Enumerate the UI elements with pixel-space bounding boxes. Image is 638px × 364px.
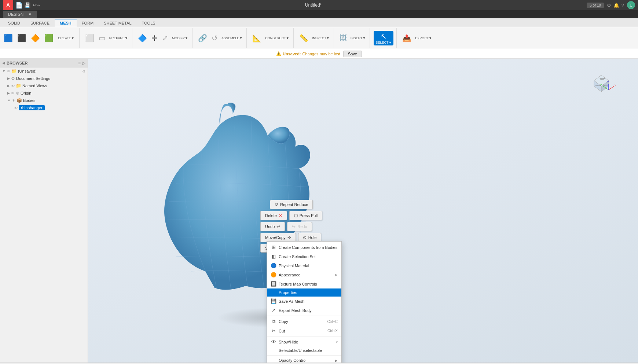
browser-item-bodies[interactable]: ▼ 👁 📦 Bodies bbox=[0, 97, 88, 104]
ctx-save-mesh[interactable]: 💾 Save As Mesh bbox=[267, 297, 341, 306]
warning-icon: ⚠️ bbox=[276, 51, 281, 56]
inspect-btn-1[interactable]: 📏 bbox=[297, 33, 310, 44]
browser-item-doc-settings[interactable]: ▶ ⚙ Document Settings bbox=[0, 75, 88, 82]
group-prepare: ⬜ ▭ PREPARE▼ bbox=[80, 28, 132, 48]
browser-item-root[interactable]: ▼ 👁 📁 (Unsaved) ⚙ bbox=[0, 67, 88, 75]
browser-expand-icon[interactable]: ▷ bbox=[82, 60, 85, 66]
physical-material-label: Physical Material bbox=[279, 264, 309, 268]
root-label: (Unsaved) bbox=[18, 69, 81, 73]
user-avatar[interactable]: U bbox=[627, 1, 635, 9]
tab-surface[interactable]: SURFACE bbox=[25, 19, 55, 27]
assemble-btn-2[interactable]: ↺ bbox=[210, 33, 220, 44]
ctx-create-selection[interactable]: ◧ Create Selection Set bbox=[267, 252, 341, 261]
tab-solid[interactable]: SOLID bbox=[3, 19, 25, 27]
repeat-reduce-btn[interactable]: ↺ Repeat Reduce bbox=[270, 200, 313, 209]
delete-btn[interactable]: Delete ✕ bbox=[260, 211, 287, 220]
browser-toggle-icon[interactable]: ≡ bbox=[78, 60, 81, 66]
construct-dropdown[interactable]: CONSTRUCT▼ bbox=[264, 36, 290, 41]
ctx-show-hide[interactable]: 👁 Show/Hide v bbox=[267, 337, 341, 346]
redo-top-icon[interactable]: ↪ bbox=[36, 3, 40, 8]
viewport[interactable]: ↺ Repeat Reduce Delete ✕ ⬡ Press Pull Un… bbox=[88, 59, 638, 363]
create-btn-4[interactable]: 🟩 bbox=[43, 33, 55, 44]
insert-btn-1[interactable]: 🖼 bbox=[338, 33, 349, 43]
unsaved-warning: ⚠️ Unsaved: Changes may be lost bbox=[276, 51, 340, 56]
save-button[interactable]: Save bbox=[343, 51, 362, 57]
prepare-btn-2[interactable]: ▭ bbox=[97, 33, 107, 44]
ctx-physical-material[interactable]: 🔵 Physical Material bbox=[267, 261, 341, 270]
ctx-opacity[interactable]: Opacity Control ▶ bbox=[267, 356, 341, 363]
inspect-dropdown[interactable]: INSPECT▼ bbox=[311, 36, 331, 41]
browser-collapse-arrow[interactable]: ◀ bbox=[2, 61, 5, 65]
undo-btn[interactable]: Undo ↩ bbox=[260, 222, 285, 231]
namedviews-arrow: ▶ bbox=[7, 84, 10, 88]
tab-sheetmetal[interactable]: SHEET METAL bbox=[99, 19, 136, 27]
rhinohanger-visibility[interactable]: 👁 bbox=[14, 106, 18, 110]
ctx-texture-map[interactable]: 🔲 Texture Map Controls bbox=[267, 279, 341, 288]
create-components-label: Create Components from Bodies bbox=[279, 245, 337, 250]
browser-item-named-views[interactable]: ▶ 👁 📁 Named Views bbox=[0, 82, 88, 89]
ctx-cut[interactable]: ✂ Cut Ctrl+X bbox=[267, 326, 341, 335]
root-settings-icon[interactable]: ⚙ bbox=[82, 69, 85, 73]
create-selection-icon: ◧ bbox=[271, 254, 276, 259]
browser-header: ◀ BROWSER ≡ ▷ bbox=[0, 59, 88, 67]
copy-icon: ⧉ bbox=[271, 319, 276, 324]
settings-icon[interactable]: ⚙ bbox=[607, 3, 611, 8]
assemble-dropdown[interactable]: ASSEMBLE▼ bbox=[220, 36, 243, 41]
undo-top-icon[interactable]: ↩ bbox=[33, 3, 36, 8]
tab-form[interactable]: FORM bbox=[77, 19, 99, 27]
ctx-selectable[interactable]: Selectable/Unselectable bbox=[267, 346, 341, 354]
save-mesh-label: Save As Mesh bbox=[279, 299, 304, 304]
ctx-export-mesh[interactable]: ↗ Export Mesh Body bbox=[267, 306, 341, 315]
design-dropdown[interactable]: DESIGN ▼ bbox=[3, 11, 37, 18]
namedviews-visibility[interactable]: 👁 bbox=[11, 84, 15, 88]
press-pull-label: Press Pull bbox=[300, 213, 318, 218]
select-btn[interactable]: ↖ SELECT▼ bbox=[374, 31, 393, 45]
create-dropdown[interactable]: CREATE▼ bbox=[56, 35, 76, 41]
bell-icon[interactable]: 🔔 bbox=[613, 3, 619, 8]
context-menu: ⊞ Create Components from Bodies ◧ Create… bbox=[267, 241, 342, 363]
ctx-copy[interactable]: ⧉ Copy Ctrl+C bbox=[267, 317, 341, 326]
bodies-visibility[interactable]: 👁 bbox=[12, 99, 15, 103]
root-visibility-icon[interactable]: 👁 bbox=[7, 69, 10, 73]
opacity-label: Opacity Control bbox=[279, 358, 333, 363]
group-insert: 🖼 INSERT▼ bbox=[335, 28, 370, 48]
bodies-folder-icon: 📦 bbox=[16, 98, 22, 103]
browser-item-rhinohanger[interactable]: 👁 rhinohanger bbox=[0, 104, 88, 111]
viewcube[interactable]: TOP FRONT RIGHT X Y Z bbox=[587, 66, 616, 95]
selectable-label: Selectable/Unselectable bbox=[279, 348, 322, 353]
ctx-create-components[interactable]: ⊞ Create Components from Bodies bbox=[267, 243, 341, 252]
redo-btn[interactable]: ↪ Redo bbox=[287, 222, 312, 231]
tab-tools[interactable]: TOOLS bbox=[137, 19, 161, 27]
tab-mesh[interactable]: MESH bbox=[55, 19, 77, 27]
create-btn-1[interactable]: 🟦 bbox=[1, 33, 15, 44]
create-components-icon: ⊞ bbox=[271, 244, 276, 250]
export-dropdown[interactable]: EXPORT▼ bbox=[414, 36, 433, 41]
construct-btn-1[interactable]: 📐 bbox=[250, 33, 263, 44]
modify-btn-3[interactable]: ⤢ bbox=[160, 33, 170, 44]
prepare-dropdown[interactable]: PREPARE▼ bbox=[108, 36, 129, 41]
modify-btn-2[interactable]: ✛ bbox=[150, 33, 160, 44]
assemble-btn-1[interactable]: 🔗 bbox=[196, 33, 209, 44]
copy-shortcut: Ctrl+C bbox=[327, 320, 338, 324]
ctx-properties[interactable]: Properties bbox=[267, 288, 341, 297]
cut-label: Cut bbox=[279, 329, 325, 333]
namedviews-label: Named Views bbox=[22, 84, 47, 88]
group-modify: 🔷 ✛ ⤢ MODIFY▼ bbox=[133, 28, 192, 48]
browser-item-origin[interactable]: ▶ 👁 ⊕ Origin bbox=[0, 89, 88, 97]
modify-dropdown[interactable]: MODIFY▼ bbox=[171, 36, 189, 41]
menu-file-icon[interactable]: 📄 bbox=[15, 2, 23, 9]
copy-label: Copy bbox=[279, 319, 325, 324]
rhinohanger-label: rhinohanger bbox=[19, 105, 45, 110]
origin-visibility[interactable]: 👁 bbox=[11, 91, 15, 95]
insert-dropdown[interactable]: INSERT▼ bbox=[349, 36, 367, 41]
modify-btn-1[interactable]: 🔷 bbox=[136, 33, 149, 44]
create-btn-3[interactable]: 🔶 bbox=[29, 33, 42, 44]
prepare-btn-1[interactable]: ⬜ bbox=[83, 33, 96, 44]
press-pull-btn[interactable]: ⬡ Press Pull bbox=[289, 211, 323, 220]
ctx-appearance[interactable]: 🟠 Appearance ▶ bbox=[267, 270, 341, 279]
save-icon[interactable]: 💾 bbox=[24, 2, 30, 8]
create-btn-2[interactable]: ⬛ bbox=[15, 33, 28, 44]
svg-line-6 bbox=[609, 86, 614, 90]
help-icon[interactable]: ? bbox=[622, 3, 624, 8]
export-btn[interactable]: 📤 bbox=[400, 33, 413, 44]
